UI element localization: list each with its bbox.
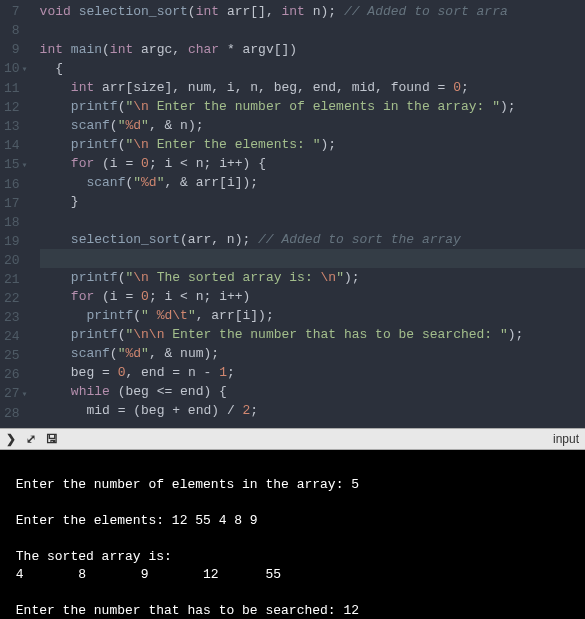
code-line[interactable]: for (i = 0; i < n; i++) bbox=[40, 287, 585, 306]
line-number: 28 bbox=[4, 404, 28, 423]
code-line[interactable]: mid = (beg + end) / 2; bbox=[40, 401, 585, 420]
expand-icon[interactable]: ⤢ bbox=[26, 432, 36, 446]
line-number: 15 ▾ bbox=[4, 155, 28, 175]
code-line[interactable]: for (i = 0; i < n; i++) { bbox=[40, 154, 585, 173]
code-line[interactable]: selection_sort(arr, n); // Added to sort… bbox=[40, 230, 585, 249]
line-number: 11 bbox=[4, 79, 28, 98]
line-number: 21 bbox=[4, 270, 28, 289]
code-line[interactable] bbox=[40, 211, 585, 230]
line-number: 13 bbox=[4, 117, 28, 136]
console-output[interactable]: Enter the number of elements in the arra… bbox=[0, 450, 585, 619]
line-number: 12 bbox=[4, 98, 28, 117]
line-number: 7 bbox=[4, 2, 28, 21]
code-line[interactable]: int arr[size], num, i, n, beg, end, mid,… bbox=[40, 78, 585, 97]
code-line[interactable]: int main(int argc, char * argv[]) bbox=[40, 40, 585, 59]
line-number: 25 bbox=[4, 346, 28, 365]
line-number: 20 bbox=[4, 251, 28, 270]
code-line[interactable]: printf("\n Enter the number of elements … bbox=[40, 97, 585, 116]
code-area[interactable]: void selection_sort(int arr[], int n); /… bbox=[36, 0, 585, 428]
chevron-down-icon[interactable]: ❯ bbox=[6, 432, 16, 446]
line-number: 24 bbox=[4, 327, 28, 346]
line-number: 22 bbox=[4, 289, 28, 308]
line-number: 10 ▾ bbox=[4, 59, 28, 79]
code-line[interactable]: { bbox=[40, 59, 585, 78]
code-line[interactable]: while (beg <= end) { bbox=[40, 382, 585, 401]
line-number: 18 bbox=[4, 213, 28, 232]
code-line[interactable] bbox=[40, 249, 585, 268]
code-line[interactable]: scanf("%d", & arr[i]); bbox=[40, 173, 585, 192]
code-line[interactable]: printf("\n\n Enter the number that has t… bbox=[40, 325, 585, 344]
code-line[interactable]: } bbox=[40, 192, 585, 211]
save-icon[interactable]: 🖫 bbox=[46, 432, 58, 446]
console-tab-label: input bbox=[553, 432, 579, 446]
line-number: 14 bbox=[4, 136, 28, 155]
line-number-gutter: 7 8 9 10 ▾11 12 13 14 15 ▾16 17 18 19 20… bbox=[0, 0, 36, 428]
code-line[interactable]: beg = 0, end = n - 1; bbox=[40, 363, 585, 382]
code-line[interactable]: printf("\n Enter the elements: "); bbox=[40, 135, 585, 154]
line-number: 27 ▾ bbox=[4, 384, 28, 404]
line-number: 23 bbox=[4, 308, 28, 327]
code-line[interactable] bbox=[40, 21, 585, 40]
line-number: 16 bbox=[4, 175, 28, 194]
code-editor[interactable]: 7 8 9 10 ▾11 12 13 14 15 ▾16 17 18 19 20… bbox=[0, 0, 585, 428]
console-toolbar: ❯ ⤢ 🖫 input bbox=[0, 428, 585, 450]
line-number: 9 bbox=[4, 40, 28, 59]
line-number: 17 bbox=[4, 194, 28, 213]
line-number: 26 bbox=[4, 365, 28, 384]
code-line[interactable]: scanf("%d", & n); bbox=[40, 116, 585, 135]
line-number: 8 bbox=[4, 21, 28, 40]
code-line[interactable]: void selection_sort(int arr[], int n); /… bbox=[40, 2, 585, 21]
line-number: 19 bbox=[4, 232, 28, 251]
code-line[interactable]: printf(" %d\t", arr[i]); bbox=[40, 306, 585, 325]
code-line[interactable]: scanf("%d", & num); bbox=[40, 344, 585, 363]
code-line[interactable]: printf("\n The sorted array is: \n"); bbox=[40, 268, 585, 287]
